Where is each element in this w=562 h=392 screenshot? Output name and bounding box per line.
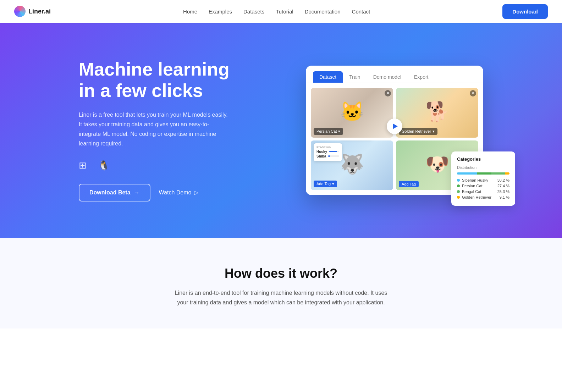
pred-shiba-bar (328, 155, 330, 157)
demo-image-husky: Prediction Husky Shiba (311, 140, 393, 190)
play-icon: ▷ (194, 189, 198, 196)
windows-icon: ⊞ (79, 160, 87, 171)
dist-pct-bengal: 25.3 % (497, 189, 509, 194)
nav-link-contact[interactable]: Contact (352, 9, 370, 15)
download-beta-label: Download Beta (89, 189, 131, 196)
cat-label-badge: Persian Cat ▾ (314, 128, 343, 135)
nav-link-home[interactable]: Home (183, 9, 197, 15)
dist-pct-golden: 9.1 % (500, 195, 509, 199)
download-beta-button[interactable]: Download Beta → (79, 184, 150, 201)
pred-husky-bar (329, 151, 337, 152)
dist-pct-husky: 38.2 % (497, 178, 509, 182)
pred-husky-name: Husky (316, 150, 327, 154)
dogs-label-text: Golden Retriever (402, 129, 431, 133)
add-tag-puppy-button[interactable]: Add Tag (399, 181, 419, 187)
os-icons: ⊞ 🐧 (79, 160, 249, 171)
dist-bar-golden (505, 172, 509, 175)
tab-dataset[interactable]: Dataset (313, 71, 343, 83)
hero-title: Machine learning in a few clicks (79, 59, 249, 101)
tab-train[interactable]: Train (343, 71, 367, 83)
hero-left: Machine learning in a few clicks Liner i… (79, 59, 249, 201)
dist-row-husky: Siberian Husky 38.2 % (457, 178, 509, 182)
dist-bar-husky (457, 172, 477, 175)
hero-description: Liner is a free tool that lets you train… (79, 110, 228, 149)
logo[interactable]: Liner.ai (14, 6, 51, 17)
logo-icon (14, 6, 26, 17)
dist-name-husky: Siberian Husky (462, 178, 495, 182)
pred-row-husky: Husky (316, 150, 339, 154)
how-title: How does it work? (14, 266, 548, 281)
close-dogs-button[interactable]: ✕ (470, 90, 476, 96)
nav-download-button[interactable]: Download (502, 4, 548, 19)
dist-name-persian: Persian Cat (462, 184, 495, 188)
pred-shiba-bar-bg (328, 155, 339, 157)
tab-demo-model[interactable]: Demo model (367, 71, 408, 83)
dist-dot-husky (457, 179, 460, 182)
dist-pct-persian: 27.4 % (497, 184, 509, 188)
nav-link-documentation[interactable]: Documentation (305, 9, 341, 15)
dist-dot-bengal (457, 190, 460, 193)
brand-name: Liner.ai (28, 8, 51, 15)
arrow-right-icon: → (134, 189, 140, 196)
nav-link-examples[interactable]: Examples (209, 9, 232, 15)
hero-section: Machine learning in a few clicks Liner i… (0, 0, 562, 238)
pred-shiba-name: Shiba (316, 154, 326, 158)
dist-subtitle: Distribution (457, 165, 509, 170)
watch-demo-button[interactable]: Watch Demo ▷ (159, 189, 199, 196)
dist-row-bengal: Bengal Cat 25.3 % (457, 189, 509, 194)
add-tag-husky-label: Add Tag (316, 182, 331, 186)
dist-title: Categories (457, 156, 509, 162)
cat-label-text: Persian Cat (316, 129, 337, 133)
add-tag-husky-chevron: ▾ (332, 182, 334, 186)
how-description: Liner is an end-to-end tool for training… (175, 288, 387, 307)
nav-link-tutorial[interactable]: Tutorial (276, 9, 293, 15)
demo-image-cat: ✕ Persian Cat ▾ (311, 88, 393, 138)
demo-image-dogs: ✕ Golden Retriever ▾ (396, 88, 478, 138)
demo-tabs: Dataset Train Demo model Export (306, 66, 483, 83)
dist-dot-persian (457, 184, 460, 187)
add-tag-husky-button[interactable]: Add Tag ▾ (314, 181, 337, 187)
hero-right: Dataset Train Demo model Export ✕ Persia… (270, 66, 483, 195)
dist-dot-golden (457, 196, 460, 199)
add-tag-puppy-label: Add Tag (402, 182, 416, 186)
play-btn-circle[interactable] (387, 118, 402, 134)
nav-link-datasets[interactable]: Datasets (243, 9, 264, 15)
dist-bar-track (457, 172, 509, 175)
dist-bar-bengal (491, 172, 505, 175)
dist-name-golden: Golden Retriever (462, 195, 497, 199)
cat-badge-chevron: ▾ (338, 129, 340, 134)
dist-row-persian: Persian Cat 27.4 % (457, 184, 509, 188)
pred-husky-bar-bg (329, 151, 339, 152)
navbar: Liner.ai Home Examples Datasets Tutorial… (0, 0, 562, 23)
how-section: How does it work? Liner is an end-to-end… (0, 238, 562, 328)
demo-card: Dataset Train Demo model Export ✕ Persia… (306, 66, 483, 195)
watch-demo-label: Watch Demo (159, 189, 192, 196)
close-cat-button[interactable]: ✕ (385, 90, 391, 96)
distribution-card: Categories Distribution Siberian Husky 3… (451, 151, 515, 206)
tab-export[interactable]: Export (408, 71, 435, 83)
nav-links: Home Examples Datasets Tutorial Document… (183, 9, 370, 15)
pred-row-shiba: Shiba (316, 154, 339, 158)
dist-name-bengal: Bengal Cat (462, 189, 495, 194)
linux-icon: 🐧 (98, 160, 109, 171)
hero-buttons: Download Beta → Watch Demo ▷ (79, 184, 249, 201)
prediction-title: Prediction (316, 145, 339, 149)
dist-bar-persian (477, 172, 492, 175)
prediction-card: Prediction Husky Shiba (314, 143, 342, 161)
dogs-badge-chevron: ▾ (432, 129, 435, 134)
dist-row-golden: Golden Retriever 9.1 % (457, 195, 509, 199)
dogs-label-badge: Golden Retriever ▾ (399, 128, 437, 135)
